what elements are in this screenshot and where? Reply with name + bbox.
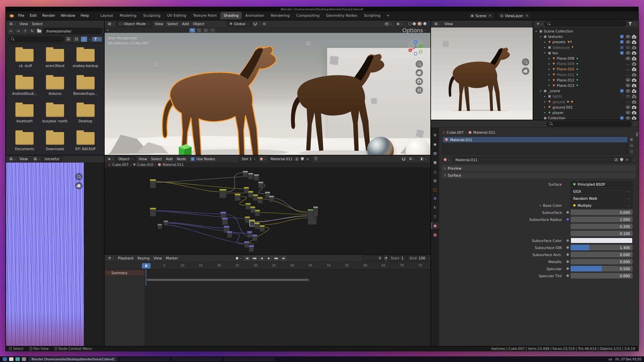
hide-viewport-toggle[interactable] [625,116,631,120]
property-subsurface-radius[interactable]: 1.000 [571,217,633,222]
menu-render[interactable]: Render [40,12,58,19]
outliner-row-plane-009[interactable]: ▸▼Plane.009◆ [533,61,639,66]
browse-material-dropdown[interactable]: ⌄ [442,158,451,162]
properties-tab-modifiers[interactable]: ⚙ [431,195,439,202]
hide-viewport-toggle[interactable] [625,105,631,110]
menu-help[interactable]: Help [78,12,92,19]
shader-node[interactable] [164,221,168,226]
summary-channel[interactable]: ⌄ Summary [105,270,145,276]
select-lasso-tool[interactable]: ◌ [210,28,215,33]
image-browse-dropdown[interactable]: ▨⌄ [32,157,41,161]
refresh-button[interactable]: ↻ [29,28,35,34]
shader-node[interactable] [252,235,257,241]
up-button[interactable]: ↑ [22,28,28,34]
path-field[interactable]: /home/amalie/ [43,28,102,34]
timeline-ruler[interactable]: 0 51015202530354045505560657075 [105,262,430,269]
add-slot-button[interactable]: + [629,137,634,142]
shader-node[interactable] [250,220,255,226]
material-preview-button[interactable] [418,22,421,25]
workspace-tab-modeling[interactable]: Modeling [116,12,140,19]
display-horizontal-list-button[interactable] [73,37,79,42]
reference-image-canvas[interactable] [431,27,533,120]
pan-button[interactable] [75,182,83,189]
unlink-material-button[interactable]: × [306,157,310,161]
shader-node[interactable] [248,191,253,197]
hide-viewport-toggle[interactable] [625,56,631,61]
expand-icon[interactable]: ▾ [539,89,542,93]
properties-tab-tool[interactable]: ⚙ [431,132,439,138]
user-count-badge[interactable]: 2 [294,157,299,161]
image-canvas-horsefur-texture[interactable] [6,163,85,346]
viewport-canvas[interactable]: User Perspective (0) textures | Cube.007… [105,33,430,155]
zoom-button[interactable] [416,60,423,68]
menu-view[interactable]: View [152,255,164,261]
shader-node[interactable] [247,231,252,238]
outliner-row-scene[interactable]: ▾▦_scene✓ [533,88,639,94]
current-frame-field[interactable]: 0 [363,255,384,261]
shader-node[interactable] [260,225,265,232]
next-keyframe-button[interactable]: ▶▶ [273,256,280,261]
folder-blenderexpo[interactable]: BlenderExpo... [70,77,101,97]
shader-node[interactable] [246,203,251,209]
shader-node[interactable] [244,241,249,248]
properties-tab-object[interactable]: ▢ [431,186,439,193]
taskbar-window-item[interactable] [119,357,170,361]
properties-tab-material[interactable]: ● [431,222,439,229]
add-workspace-button[interactable]: + [384,12,392,19]
material-specials-dropdown[interactable]: ⌄ [633,159,635,161]
property-subsurface-anis[interactable]: 0.000 [571,252,633,257]
properties-tab-physics[interactable]: ↻ [431,204,439,211]
hide-viewport-toggle[interactable] [625,83,631,88]
enable-checkbox[interactable] [619,94,625,99]
mode-dropdown[interactable]: ▢Object Mode⌄ [116,21,152,27]
pan-button[interactable] [522,67,529,75]
disable-render-toggle[interactable] [631,61,637,66]
hide-viewport-toggle[interactable] [625,110,631,115]
shader-node[interactable] [158,224,162,229]
preview-panel-header[interactable]: ▸ Preview [442,165,636,171]
disable-render-toggle[interactable] [631,100,637,104]
timeline-scrollbar[interactable] [147,279,309,281]
overlays-dropdown[interactable]: ◐⌄ [396,22,405,26]
shader-node[interactable] [245,217,250,223]
outliner-filter-button[interactable]: ⌄ [627,22,637,26]
disable-render-toggle[interactable] [631,45,637,50]
property-surface[interactable]: Principled BSDF [571,181,633,187]
menu-select[interactable]: Select [149,156,164,162]
filter-button[interactable]: ⌄ [92,37,102,42]
image-name-field[interactable]: horsefur [42,156,62,162]
camera-view-button[interactable] [416,78,423,85]
property-field-2[interactable]: Random Walk⌄ [571,195,633,201]
workspace-tab-compositing[interactable]: Compositing [293,12,323,19]
workspace-tab-rendering[interactable]: Rendering [267,12,293,19]
expand-icon[interactable]: ▸ [543,111,546,114]
outliner-row-player[interactable]: ▸▼player [533,110,639,115]
menu-node[interactable]: Node [175,156,188,162]
shader-node[interactable] [227,231,232,238]
shader-node[interactable] [313,206,318,217]
select-box-tool[interactable]: ▢ [196,28,202,33]
hide-viewport-toggle[interactable] [625,61,631,66]
menu-window[interactable]: Window [58,12,78,19]
disable-render-toggle[interactable] [631,110,637,115]
fake-user-icon[interactable] [301,157,304,161]
user-count-badge[interactable]: 2 [614,158,619,162]
folder-anakey-backup[interactable]: anakey-backup [70,49,101,69]
menu-view[interactable]: View [153,21,165,26]
menu-marker[interactable]: Marker [164,255,180,261]
properties-tab-render[interactable]: ◉ [431,141,439,147]
folder-desktop[interactable]: Desktop [70,104,101,124]
folder-downloads[interactable]: Downloads [40,132,70,152]
outliner-row-ground[interactable]: ▸▼ground●● [533,99,639,104]
expand-icon[interactable]: ▾ [539,35,542,38]
outliner-row-lights[interactable]: ▸▦lights [533,94,639,99]
shader-node[interactable] [150,179,156,188]
shader-type-dropdown[interactable]: Object⌄ [115,156,136,162]
tools-collapse-arrow[interactable]: ▸ [107,29,109,32]
outliner-row-scene-collection[interactable]: ▾▦Scene Collection [533,28,639,34]
pin-icon[interactable] [314,157,317,161]
menu-select[interactable]: Select [165,21,180,26]
property-field-1[interactable]: GGX⌄ [571,188,633,194]
taskbar-app-icon[interactable] [9,357,13,361]
enable-checkbox[interactable]: ✓ [619,116,625,120]
